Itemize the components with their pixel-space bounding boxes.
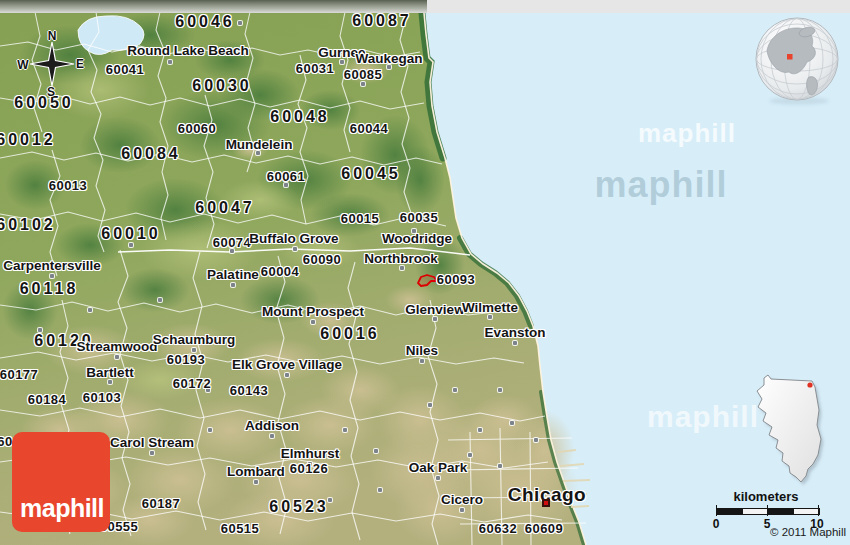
inset-location-dot bbox=[807, 382, 812, 387]
compass-west-label: W bbox=[17, 58, 28, 72]
scale-unit-label: kilometers bbox=[706, 489, 826, 504]
scale-tick bbox=[716, 505, 717, 516]
scale-tick bbox=[767, 505, 768, 516]
maphill-logo-text: maphill bbox=[20, 494, 104, 523]
scale-tick bbox=[818, 505, 819, 516]
scale-bar bbox=[716, 508, 820, 515]
compass-east-label: E bbox=[76, 57, 84, 71]
scale-tick-label-0: 0 bbox=[710, 517, 722, 531]
compass-south-label: S bbox=[47, 85, 55, 99]
top-edge-band-land bbox=[0, 0, 427, 14]
chicago-marker bbox=[542, 499, 550, 507]
satellite-map-image bbox=[0, 0, 850, 545]
map-canvas[interactable]: maphillmaphillmaphill 600466008760030600… bbox=[0, 0, 850, 545]
copyright-text: © 2011 Maphill bbox=[770, 526, 846, 538]
maphill-logo[interactable]: maphill bbox=[12, 432, 110, 532]
compass-north-label: N bbox=[48, 29, 57, 43]
